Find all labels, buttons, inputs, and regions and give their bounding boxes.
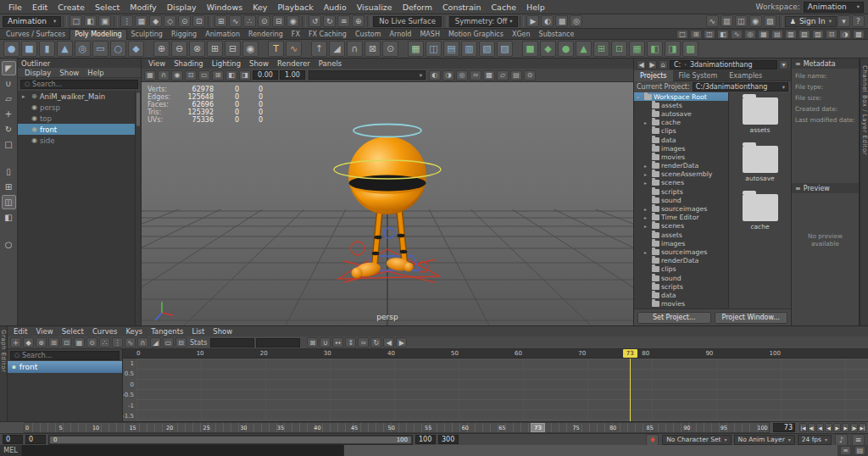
mute-icon[interactable]: ♪ — [835, 434, 848, 446]
lock-camera-icon[interactable]: ∩ — [158, 70, 170, 81]
wrap-icon[interactable]: ▥ — [461, 41, 477, 57]
current-frame-field[interactable]: 73 — [773, 423, 795, 432]
current-frame-marker[interactable]: 73 — [531, 423, 545, 432]
graph-search-input[interactable]: ○Search... — [10, 351, 120, 360]
viewport-menu-item[interactable]: Renderer — [273, 59, 314, 68]
home-icon[interactable]: ⌂ — [659, 60, 668, 70]
shelf-tab[interactable]: FX Caching — [304, 29, 351, 40]
content-browser-tab[interactable]: Examples — [723, 70, 768, 81]
viewport-menu-item[interactable]: View — [144, 59, 170, 68]
bookmark-icon[interactable]: ⊡ — [185, 70, 197, 81]
stats-time-field[interactable] — [210, 338, 254, 348]
folder-thumbnail[interactable]: cache — [743, 194, 778, 231]
animation-end-field[interactable]: 300 — [438, 435, 459, 444]
animation-start-field[interactable]: 0 — [3, 435, 23, 444]
open-scene-icon[interactable]: ◧ — [84, 15, 97, 27]
expand-icon[interactable]: ▸ — [644, 223, 650, 229]
project-tree-item[interactable]: autosave — [634, 109, 728, 118]
move-keys-icon[interactable]: + — [10, 337, 21, 348]
pane-front-icon[interactable]: ▧ — [798, 30, 810, 39]
shelf-separator[interactable] — [260, 41, 266, 57]
layout-single-pane-button[interactable]: ▯ — [2, 164, 16, 179]
forward-icon[interactable]: ▶ — [648, 60, 657, 70]
shelf-tab[interactable]: Sculpting — [127, 29, 167, 40]
clamped-tangent-icon[interactable]: ∩ — [137, 337, 148, 348]
graph-playhead-flag[interactable]: 73 — [623, 349, 637, 358]
outliner-menu-item[interactable]: Show — [55, 69, 83, 77]
playback-start-field[interactable]: 0 — [25, 435, 46, 444]
boolean-difference-icon[interactable]: ⊖ — [171, 41, 187, 57]
project-tree-item[interactable]: ▸ sourceimages — [634, 247, 728, 256]
viewport-menu-item[interactable]: Show — [245, 59, 273, 68]
set-project-button[interactable]: Set Project... — [637, 312, 711, 324]
outliner-item[interactable]: ◉ side — [18, 135, 135, 146]
custom-green-tool-8-icon[interactable]: ◧ — [647, 41, 663, 57]
ambient-occlusion-icon[interactable]: ◎ — [456, 70, 468, 81]
snap-projected-center-icon[interactable]: ⊙ — [258, 15, 270, 27]
poly-cylinder-icon[interactable]: ▮ — [39, 41, 55, 57]
menu-item[interactable]: Modify — [125, 3, 161, 12]
outliner-item[interactable]: ▸ ⊕ AniM_walker_Main — [18, 91, 135, 102]
shelf-tab[interactable]: FX — [287, 29, 304, 40]
make-live-icon[interactable]: ◉ — [287, 15, 299, 27]
graph-menu-item[interactable]: Show — [209, 327, 236, 336]
pane-layout-four-icon[interactable]: ⊞ — [690, 30, 702, 39]
project-tree-item[interactable]: ▸ sourceimages — [634, 204, 728, 213]
graph-editor-side-tab[interactable]: Graph Editor — [0, 326, 8, 421]
rotate-tool[interactable]: ↻ — [2, 122, 16, 136]
custom-green-tool-10-icon[interactable]: ▩ — [682, 41, 698, 57]
output-operations-icon[interactable]: ↻ — [323, 15, 336, 27]
target-weld-icon[interactable]: ⊙ — [382, 41, 398, 57]
menu-item[interactable]: Cache — [486, 3, 521, 12]
graph-menu-item[interactable]: Select — [58, 327, 88, 336]
paint-select-tool[interactable]: ▱ — [2, 92, 16, 106]
project-tree-item[interactable]: ▸ renderData — [634, 162, 728, 170]
select-by-input-icon[interactable]: ⊕ — [352, 15, 364, 27]
custom-green-tool-2-icon[interactable]: ◆ — [540, 41, 556, 57]
center-current-time-icon[interactable]: ⊙ — [86, 337, 97, 348]
shelf-tab[interactable]: Curves / Surfaces — [2, 29, 70, 40]
auto-key-icon[interactable]: ♦ — [646, 434, 659, 446]
anim-layer-dropdown[interactable]: No Anim Layer▾ — [734, 435, 795, 445]
sculpt-icon[interactable]: ▧ — [479, 41, 495, 57]
character-set-dropdown[interactable]: No Character Set▾ — [662, 435, 731, 445]
menu-item[interactable]: Audio — [319, 3, 352, 12]
save-scene-icon[interactable]: ▣ — [98, 15, 111, 27]
multi-cut-icon[interactable]: ⊠ — [364, 41, 381, 57]
pane-side-icon[interactable]: ▨ — [812, 30, 824, 39]
outliner-item[interactable]: ◉ top — [18, 113, 135, 124]
select-tool[interactable]: ◤ — [2, 61, 16, 75]
gate-mask-icon[interactable]: ◨ — [239, 70, 251, 81]
project-tree-item[interactable]: movies — [634, 300, 728, 309]
expand-icon[interactable]: ▸ — [644, 180, 650, 186]
unify-tangents-icon[interactable]: ∪ — [320, 337, 331, 348]
menu-item[interactable]: Display — [162, 3, 202, 12]
boolean-intersect-icon[interactable]: ⊗ — [189, 41, 205, 57]
graph-menu-item[interactable]: Edit — [9, 327, 31, 336]
custom-green-tool-4-icon[interactable]: ▲ — [576, 41, 592, 57]
shelf-separator[interactable] — [515, 41, 520, 57]
viewport-menu-item[interactable]: Panels — [314, 59, 346, 68]
move-tool[interactable]: + — [2, 107, 16, 121]
right-sidebar-tab[interactable]: Channel Box / Layer Editor — [860, 58, 868, 325]
pane-outliner-icon[interactable]: ◧ — [717, 30, 729, 39]
project-tree-item[interactable]: scripts — [634, 187, 728, 196]
mirror-icon[interactable]: ◫ — [426, 41, 442, 57]
bevel-icon[interactable]: ◢ — [329, 41, 345, 57]
highlight-selection-icon[interactable]: ⊙ — [178, 15, 191, 27]
folder-thumbnail[interactable]: assets — [743, 97, 778, 134]
shelf-separator[interactable] — [303, 41, 309, 57]
layout-split-pane-button[interactable]: ◫ — [2, 195, 16, 209]
menu-item[interactable]: Help — [521, 3, 550, 12]
graph-menu-item[interactable]: Keys — [121, 327, 147, 336]
outliner-scrollbar[interactable] — [135, 91, 141, 325]
graph-menu-item[interactable]: Tangents — [147, 327, 187, 336]
menu-item[interactable]: Select — [90, 3, 125, 12]
poly-torus-icon[interactable]: ◎ — [75, 41, 91, 57]
graph-editor-canvas[interactable]: 0102030405060708090100 10.50-0.5-1-1.5 7… — [123, 349, 868, 421]
select-camera-icon[interactable]: ▦ — [144, 70, 156, 81]
camera-attributes-icon[interactable]: ◉ — [171, 70, 183, 81]
symmetry-dropdown[interactable]: Symmetry: Off ▾ — [449, 16, 519, 27]
menu-item[interactable]: Constrain — [437, 3, 487, 12]
project-tree-item[interactable]: ▸ scenes — [634, 222, 728, 231]
